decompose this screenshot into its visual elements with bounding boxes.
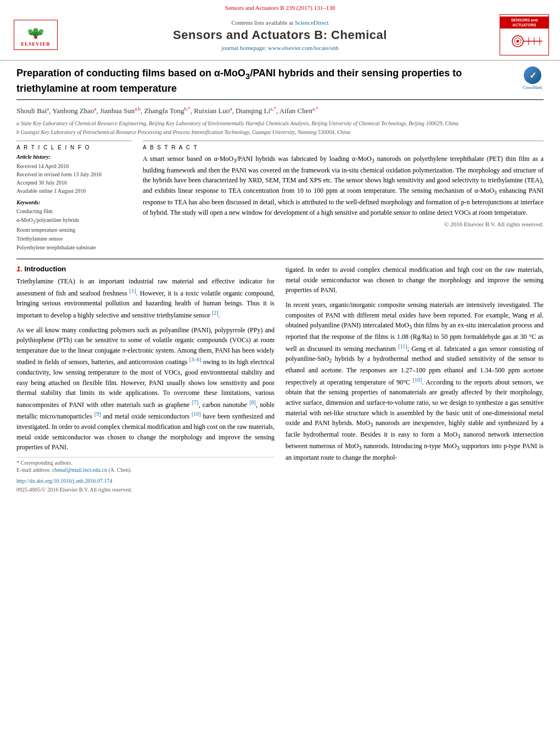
- journal-title-center: Contents lists available at ScienceDirec…: [60, 19, 500, 51]
- elsevier-label: ELSEVIER: [21, 41, 51, 47]
- sensors-logo-line1: SENSORS and: [501, 18, 547, 23]
- crossmark-label: CrossMark: [523, 85, 542, 90]
- svg-point-6: [39, 29, 43, 33]
- keywords-label: Keywords:: [16, 199, 132, 205]
- keyword-5: Polyethylene terephthalate substrate: [16, 243, 132, 252]
- email-note: E-mail address: chenaf@mail.lnct.edu.cn …: [16, 466, 275, 474]
- intro-section-label: 1. Introduction: [16, 265, 275, 273]
- journal-title: Sensors and Actuators B: Chemical: [60, 28, 500, 42]
- received-date: Received 14 April 2016: [16, 162, 132, 170]
- authors: Shouli Baia, Yanhong Zhaoa, Jianhua Suna…: [16, 105, 544, 116]
- crossmark-icon: ✓: [524, 66, 541, 84]
- homepage-label: journal homepage:: [221, 44, 266, 51]
- intro-paragraph-1: Triethylamine (TEA) is an important indu…: [16, 276, 275, 320]
- crossmark[interactable]: ✓ CrossMark: [522, 66, 544, 90]
- svg-point-5: [28, 29, 32, 33]
- elsevier-logo: ELSEVIER: [11, 20, 60, 50]
- article-info-column: A R T I C L E I N F O Article history: R…: [16, 141, 132, 252]
- issn-section: 0925-4005/© 2016 Elsevier B.V. All right…: [16, 485, 275, 494]
- accepted-date: Accepted 30 July 2016: [16, 178, 132, 187]
- keyword-1: Conducting film: [16, 207, 132, 216]
- main-col-right: tigated. In order to avoid complex chemi…: [285, 265, 544, 494]
- footnote-section: * Corresponding authors. E-mail address:…: [16, 457, 275, 474]
- svg-point-4: [33, 28, 38, 32]
- email-label: E-mail address:: [16, 467, 51, 473]
- email-address[interactable]: chenaf@mail.lnct.edu.cn: [52, 467, 107, 473]
- intro-paragraph-4: In recent years, organic/inorganic compo…: [285, 300, 544, 462]
- abstract-copyright: © 2016 Elsevier B.V. All rights reserved…: [143, 221, 544, 227]
- doi-section: http://dx.doi.org/10.1016/j.snb.2016.07.…: [16, 476, 275, 485]
- science-direct-link[interactable]: ScienceDirect: [295, 19, 329, 26]
- abstract-text: A smart sensor based on α-MoO3/PANI hybr…: [143, 154, 544, 217]
- svg-point-10: [516, 40, 519, 42]
- intro-paragraph-3: tigated. In order to avoid complex chemi…: [285, 265, 544, 295]
- homepage-url[interactable]: www.elsevier.com/locate/snb: [268, 44, 339, 51]
- abstract-heading: A B S T R A C T: [143, 144, 544, 150]
- intro-paragraph-2: As we all know many conducting polymers …: [16, 325, 275, 453]
- article-title: Preparation of conducting films based on…: [16, 66, 516, 95]
- sensors-logo-line2: ACTUATORS: [501, 23, 547, 27]
- keyword-2: α-MoO3/polyaniline hybrids: [16, 216, 132, 226]
- affiliation-b: b Guangxi Key Laboratory of Petrochemica…: [16, 129, 544, 136]
- contents-line: Contents lists available at ScienceDirec…: [60, 19, 500, 26]
- sensors-logo-svg: [507, 31, 542, 52]
- elsevier-logo-box: ELSEVIER: [14, 20, 58, 50]
- sensors-logo-text: SENSORS and ACTUATORS: [500, 16, 548, 29]
- article-title-section: Preparation of conducting films based on…: [16, 66, 544, 100]
- keyword-4: Triethylamine sensor: [16, 235, 132, 243]
- main-content: 1. Introduction Triethylamine (TEA) is a…: [16, 259, 544, 494]
- sensors-logo-image: [505, 29, 544, 53]
- keyword-3: Room temperature sensing: [16, 226, 132, 235]
- affiliation-a: a State Key Laboratory of Chemical Resou…: [16, 120, 544, 127]
- journal-header-main: ELSEVIER Contents lists available at Sci…: [11, 14, 549, 55]
- journal-citation: Sensors and Actuators B 239 (2017) 131–1…: [11, 4, 549, 11]
- journal-homepage: journal homepage: www.elsevier.com/locat…: [60, 44, 500, 51]
- journal-header: Sensors and Actuators B 239 (2017) 131–1…: [0, 0, 560, 61]
- sensors-logo: SENSORS and ACTUATORS: [500, 14, 549, 55]
- affiliations: a State Key Laboratory of Chemical Resou…: [16, 120, 544, 136]
- abstract-column: A B S T R A C T A smart sensor based on …: [143, 141, 544, 252]
- article-history-label: Article history:: [16, 154, 132, 160]
- article-title-text: Preparation of conducting films based on…: [16, 66, 516, 95]
- keywords-section: Keywords: Conducting film α-MoO3/polyani…: [16, 199, 132, 252]
- revised-date: Received in revised form 13 July 2016: [16, 170, 132, 178]
- email-author: (A. Chen).: [108, 467, 132, 473]
- article-body: Preparation of conducting films based on…: [0, 61, 560, 499]
- doi-link[interactable]: http://dx.doi.org/10.1016/j.snb.2016.07.…: [16, 478, 113, 484]
- article-info-heading: A R T I C L E I N F O: [16, 144, 132, 150]
- corresponding-note: * Corresponding authors.: [16, 460, 275, 466]
- contents-label: Contents lists available at: [231, 19, 293, 26]
- asterisk-note: * Corresponding authors.: [16, 460, 72, 466]
- keywords-list: Conducting film α-MoO3/polyaniline hybri…: [16, 207, 132, 252]
- issn-text: 0925-4005/© 2016 Elsevier B.V. All right…: [16, 487, 132, 493]
- citation-text: Sensors and Actuators B 239 (2017) 131–1…: [225, 4, 335, 11]
- two-column-section: A R T I C L E I N F O Article history: R…: [16, 141, 544, 252]
- available-date: Available online 1 August 2016: [16, 187, 132, 195]
- main-col-left: 1. Introduction Triethylamine (TEA) is a…: [16, 265, 275, 494]
- elsevier-tree-icon: [25, 24, 47, 40]
